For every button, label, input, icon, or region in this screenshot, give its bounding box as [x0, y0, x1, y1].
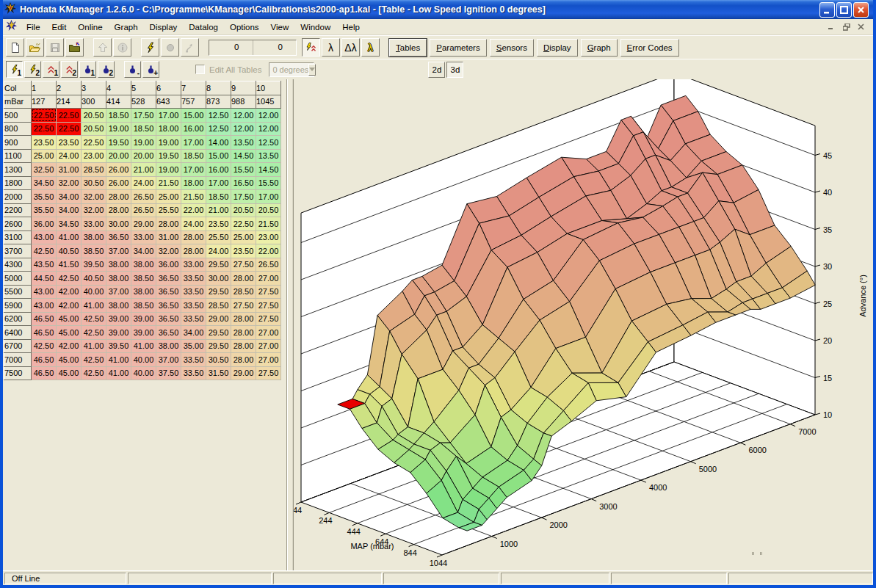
menu-graph[interactable]: Graph	[109, 21, 144, 33]
column-header[interactable]: 9	[231, 81, 256, 95]
rpm-header[interactable]: 900	[4, 136, 32, 150]
advance-cell[interactable]: 42.50	[32, 339, 57, 353]
advance-cell[interactable]: 27.00	[256, 326, 281, 340]
advance-cell[interactable]: 12.50	[206, 109, 231, 123]
advance-cell[interactable]: 25.00	[231, 231, 256, 244]
spark-minus-button[interactable]: -	[124, 61, 141, 78]
advance-cell[interactable]: 18.50	[131, 122, 156, 136]
advance-cell[interactable]: 24.00	[57, 149, 82, 163]
ignition-3d-surface[interactable]: 1015202530354045442444446448441044100020…	[294, 79, 873, 570]
advance-cell[interactable]: 37.00	[106, 285, 131, 299]
advance-cell[interactable]: 14.00	[206, 136, 231, 150]
advance-cell[interactable]: 32.00	[82, 190, 106, 204]
advance-cell[interactable]: 17.50	[131, 109, 156, 123]
advance-cell[interactable]: 43.50	[32, 258, 57, 272]
mbar-header[interactable]: 528	[131, 95, 156, 109]
view-tables-button[interactable]: Tables	[389, 39, 427, 57]
advance-cell[interactable]: 18.00	[181, 176, 206, 190]
info-button[interactable]	[113, 38, 131, 57]
advance-cell[interactable]: 22.50	[57, 122, 82, 136]
view-graph-button[interactable]: Graph	[581, 39, 618, 57]
advance-cell[interactable]: 40.50	[82, 272, 106, 286]
advance-cell[interactable]: 21.00	[206, 203, 231, 217]
advance-cell[interactable]: 27.50	[256, 312, 281, 326]
advance-cell[interactable]: 20.00	[106, 149, 131, 163]
advance-cell[interactable]: 23.50	[231, 244, 256, 258]
advance-cell[interactable]: 42.00	[57, 285, 82, 299]
advance-cell[interactable]: 15.00	[181, 109, 206, 123]
advance-cell[interactable]: 19.50	[156, 149, 181, 163]
advance-cell[interactable]: 40.50	[57, 244, 82, 258]
advance-cell[interactable]: 29.50	[206, 326, 231, 340]
advance-cell[interactable]: 41.00	[106, 366, 131, 380]
advance-cell[interactable]: 26.00	[106, 176, 131, 190]
advance-cell[interactable]: 45.00	[57, 353, 82, 367]
advance-cell[interactable]: 29.50	[206, 339, 231, 353]
advance-cell[interactable]: 35.50	[32, 203, 57, 217]
rpm-header[interactable]: 6700	[4, 339, 32, 353]
advance-cell[interactable]: 45.00	[57, 366, 82, 380]
column-header[interactable]: 2	[57, 81, 82, 95]
mode-3d-button[interactable]: 3d	[446, 62, 463, 78]
advance-cell[interactable]: 46.50	[32, 366, 57, 380]
advance-cell[interactable]: 43.00	[32, 231, 57, 244]
advance-cell[interactable]: 29.00	[206, 312, 231, 326]
column-header[interactable]: 6	[156, 81, 181, 95]
advance-cell[interactable]: 27.50	[256, 366, 281, 380]
mbar-header[interactable]: 214	[57, 95, 82, 109]
advance-cell[interactable]: 18.00	[156, 122, 181, 136]
advance-cell[interactable]: 29.50	[206, 258, 231, 272]
rpm-header[interactable]: 3700	[4, 244, 32, 258]
advance-cell[interactable]: 42.50	[82, 326, 106, 340]
advance-cell[interactable]: 33.50	[181, 299, 206, 313]
advance-cell[interactable]: 16.50	[231, 176, 256, 190]
menu-file[interactable]: File	[21, 21, 46, 33]
advance-cell[interactable]: 23.00	[82, 149, 106, 163]
datalog-button[interactable]	[141, 38, 159, 57]
record-button[interactable]	[161, 38, 179, 57]
advance-cell[interactable]: 23.50	[206, 217, 231, 231]
view-sensors-button[interactable]: Sensors	[490, 39, 534, 57]
advance-cell[interactable]: 12.50	[206, 122, 231, 136]
advance-cell[interactable]: 42.50	[82, 366, 106, 380]
advance-cell[interactable]: 28.50	[206, 299, 231, 313]
rpm-header[interactable]: 5000	[4, 272, 32, 286]
rpm-header[interactable]: 5500	[4, 285, 32, 299]
advance-cell[interactable]: 35.50	[32, 190, 57, 204]
advance-cell[interactable]: 38.00	[131, 258, 156, 272]
advance-cell[interactable]: 26.00	[106, 163, 131, 177]
pane-splitter[interactable]	[286, 79, 294, 570]
advance-cell[interactable]: 41.00	[82, 299, 106, 313]
advance-cell[interactable]: 28.00	[231, 272, 256, 286]
rpm-header[interactable]: 2600	[4, 217, 32, 231]
advance-cell[interactable]: 33.00	[82, 217, 106, 231]
advance-cell[interactable]: 22.50	[32, 109, 57, 123]
advance-cell[interactable]: 32.00	[57, 176, 82, 190]
advance-cell[interactable]: 17.00	[156, 109, 181, 123]
advance-cell[interactable]: 17.00	[181, 136, 206, 150]
advance-cell[interactable]: 14.50	[231, 149, 256, 163]
advance-cell[interactable]: 37.50	[156, 366, 181, 380]
advance-cell[interactable]: 44.50	[32, 272, 57, 286]
column-header[interactable]: 1	[32, 81, 57, 95]
advance-cell[interactable]: 41.00	[57, 231, 82, 244]
advance-cell[interactable]: 27.50	[256, 285, 281, 299]
mbar-header[interactable]: 127	[32, 95, 57, 109]
cam-advance-1-button[interactable]: 1	[43, 61, 59, 78]
advance-cell[interactable]: 24.00	[206, 244, 231, 258]
advance-cell[interactable]: 15.00	[206, 149, 231, 163]
close-button[interactable]	[853, 2, 869, 18]
advance-cell[interactable]: 22.00	[181, 203, 206, 217]
advance-cell[interactable]: 40.00	[131, 353, 156, 367]
advance-cell[interactable]: 22.50	[32, 122, 57, 136]
advance-cell[interactable]: 25.00	[32, 149, 57, 163]
advance-cell[interactable]: 29.50	[206, 285, 231, 299]
advance-cell[interactable]: 19.00	[106, 122, 131, 136]
advance-cell[interactable]: 34.00	[181, 326, 206, 340]
advance-cell[interactable]: 39.00	[106, 326, 131, 340]
advance-cell[interactable]: 20.50	[231, 203, 256, 217]
advance-cell[interactable]: 38.50	[131, 272, 156, 286]
advance-cell[interactable]: 34.50	[32, 176, 57, 190]
advance-cell[interactable]: 12.00	[256, 109, 281, 123]
advance-cell[interactable]: 23.00	[256, 231, 281, 244]
